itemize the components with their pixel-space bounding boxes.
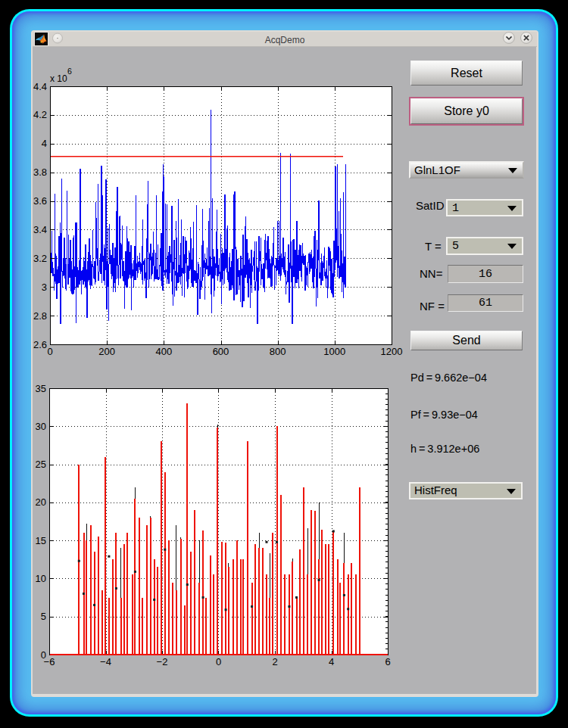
svg-text:200: 200 [98, 346, 115, 357]
svg-text:3: 3 [42, 282, 47, 293]
svg-text:20: 20 [36, 496, 46, 508]
svg-text:2.6: 2.6 [33, 339, 47, 350]
svg-text:4: 4 [329, 656, 334, 667]
svg-text:−4: −4 [100, 656, 111, 667]
svg-text:800: 800 [270, 346, 286, 357]
svg-text:3.4: 3.4 [33, 224, 47, 235]
svg-text:10: 10 [36, 573, 46, 584]
svg-text:−6: −6 [44, 656, 55, 667]
svg-text:6: 6 [67, 67, 72, 76]
svg-text:3.2: 3.2 [33, 253, 47, 264]
svg-text:2: 2 [272, 656, 277, 667]
svg-text:30: 30 [36, 421, 46, 432]
svg-text:600: 600 [213, 346, 229, 357]
svg-text:1200: 1200 [381, 346, 403, 357]
svg-text:2.8: 2.8 [33, 310, 47, 322]
svg-text:15: 15 [36, 535, 46, 546]
svg-text:5: 5 [41, 611, 46, 622]
svg-text:25: 25 [36, 459, 46, 470]
svg-text:6: 6 [385, 656, 390, 667]
svg-text:400: 400 [155, 346, 172, 357]
svg-text:3.8: 3.8 [33, 166, 47, 178]
svg-text:35: 35 [36, 383, 46, 394]
svg-text:4.4: 4.4 [33, 81, 47, 92]
svg-text:0: 0 [47, 346, 52, 357]
svg-text:4: 4 [42, 138, 47, 149]
svg-text:0: 0 [216, 656, 221, 667]
svg-text:4.2: 4.2 [33, 109, 47, 120]
svg-text:x 10: x 10 [50, 73, 67, 84]
svg-text:1000: 1000 [323, 346, 345, 357]
svg-text:3.6: 3.6 [33, 195, 47, 207]
svg-text:−2: −2 [157, 656, 168, 667]
